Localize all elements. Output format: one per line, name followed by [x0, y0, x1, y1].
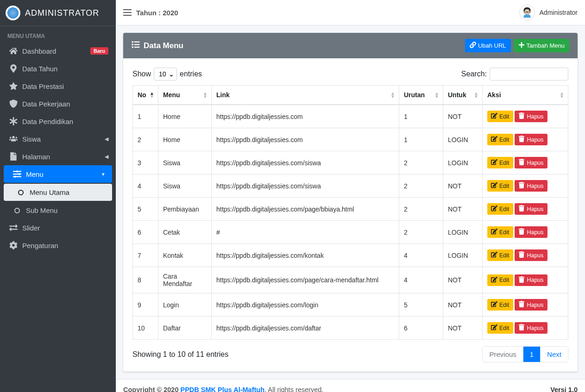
- exchange-icon: [7, 224, 19, 232]
- hapus-button[interactable]: Hapus: [515, 180, 547, 192]
- button-label: Tambah Menu: [527, 42, 565, 49]
- cell-aksi: Edit Hapus: [483, 174, 568, 198]
- sidebar-item-halaman[interactable]: Halaman ◀: [0, 148, 116, 165]
- users-icon: [7, 135, 19, 143]
- edit-button[interactable]: Edit: [487, 157, 513, 168]
- hapus-button[interactable]: Hapus: [515, 157, 547, 168]
- table-row: 7Kontakhttps://ppdb.digitaljessies.com/k…: [133, 244, 568, 267]
- cell-link: #: [212, 221, 399, 244]
- pencil-icon: [491, 112, 497, 120]
- cell-aksi: Edit Hapus: [483, 221, 568, 244]
- user-name: Administrator: [540, 9, 578, 16]
- edit-button[interactable]: Edit: [487, 322, 513, 334]
- edit-button[interactable]: Edit: [487, 134, 513, 145]
- edit-button[interactable]: Edit: [487, 274, 513, 286]
- trash-icon: [518, 228, 525, 236]
- edit-button[interactable]: Edit: [487, 226, 513, 238]
- star-icon: [7, 82, 19, 90]
- cell-untuk: NOT: [443, 174, 483, 198]
- pencil-icon: [491, 301, 497, 309]
- length-select[interactable]: 10: [154, 68, 177, 81]
- file-icon: [7, 152, 19, 161]
- sidebar-item-pengaturan[interactable]: Pengaturan: [0, 236, 116, 254]
- sidebar-item-label: Data Pendidikan: [22, 118, 108, 125]
- cell-aksi: Edit Hapus: [483, 198, 568, 221]
- user-menu[interactable]: Administrator: [519, 5, 578, 20]
- cell-untuk: LOGIN: [443, 244, 483, 267]
- sidebar-item-label: Siswa: [22, 135, 105, 143]
- edit-button[interactable]: Edit: [487, 111, 513, 122]
- hapus-button[interactable]: Hapus: [515, 111, 547, 122]
- table-row: 5Pembiayaanhttps://ppdb.digitaljessies.c…: [133, 198, 568, 221]
- circle-icon: [11, 208, 23, 213]
- hapus-button[interactable]: Hapus: [515, 322, 547, 334]
- hapus-button[interactable]: Hapus: [515, 274, 547, 286]
- cell-menu: Siswa: [158, 174, 212, 198]
- col-urutan[interactable]: Urutan▲▼: [399, 86, 443, 105]
- edit-button[interactable]: Edit: [487, 249, 513, 261]
- cell-link: https://ppdb.digitaljessies.com/siswa: [212, 151, 399, 174]
- cell-link: https://ppdb.digitaljessies.com/login: [212, 293, 399, 317]
- trash-icon: [518, 136, 525, 143]
- sidebar-item-sub-menu[interactable]: Sub Menu: [0, 202, 116, 219]
- trash-icon: [518, 251, 525, 259]
- sidebar-item-menu[interactable]: Menu ▾: [4, 165, 112, 183]
- cell-menu: Login: [158, 293, 212, 317]
- sidebar-item-menu-utama[interactable]: Menu Utama: [4, 184, 112, 201]
- brand[interactable]: ADMINISTRATOR: [0, 0, 116, 26]
- search-input[interactable]: [490, 68, 568, 81]
- cell-link: https://ppdb.digitaljessies.com: [212, 128, 399, 151]
- sidebar-item-data-pekerjaan[interactable]: Data Pekerjaan: [0, 95, 116, 112]
- pencil-icon: [491, 182, 497, 190]
- page-next[interactable]: Next: [541, 347, 568, 362]
- table-row: 4Siswahttps://ppdb.digitaljessies.com/si…: [133, 174, 568, 198]
- sidebar-item-data-tahun[interactable]: Data Tahun: [0, 60, 116, 77]
- hapus-button[interactable]: Hapus: [515, 299, 547, 311]
- col-link[interactable]: Link▲▼: [212, 86, 399, 105]
- ubah-url-button[interactable]: Ubah URL: [465, 39, 511, 52]
- cell-no: 1: [133, 105, 158, 128]
- table-row: 1Homehttps://ppdb.digitaljessies.com1NOT…: [133, 105, 568, 128]
- hapus-button[interactable]: Hapus: [515, 134, 547, 145]
- hapus-button[interactable]: Hapus: [515, 226, 547, 238]
- col-no[interactable]: No▲▼: [133, 86, 158, 105]
- cell-link: https://ppdb.digitaljessies.com/daftar: [212, 317, 399, 340]
- topbar: Tahun : 2020 Administrator: [116, 0, 585, 25]
- table-row: 2Homehttps://ppdb.digitaljessies.com1LOG…: [133, 128, 568, 151]
- circle-icon: [15, 190, 27, 195]
- col-untuk[interactable]: Untuk▲▼: [443, 86, 483, 105]
- length-control: Show 10 entries: [132, 68, 202, 81]
- col-menu[interactable]: Menu▲▼: [158, 86, 212, 105]
- cell-aksi: Edit Hapus: [483, 128, 568, 151]
- hapus-button[interactable]: Hapus: [515, 249, 547, 261]
- cell-urutan: 1: [399, 128, 443, 151]
- cell-no: 10: [133, 317, 158, 340]
- sidebar: ADMINISTRATOR MENU UTAMA Dashboard Baru …: [0, 0, 116, 392]
- asterisk-icon: [7, 117, 19, 125]
- home-icon: [7, 47, 19, 55]
- table-row: 3Siswahttps://ppdb.digitaljessies.com/si…: [133, 151, 568, 174]
- sidebar-item-dashboard[interactable]: Dashboard Baru: [0, 42, 116, 60]
- table-row: 6Cetak#2LOGIN Edit Hapus: [133, 221, 568, 244]
- footer-link[interactable]: PPDB SMK Plus Al-Maftuh: [181, 386, 265, 392]
- table-row: 9Loginhttps://ppdb.digitaljessies.com/lo…: [133, 293, 568, 317]
- page-previous[interactable]: Previous: [483, 347, 523, 362]
- edit-button[interactable]: Edit: [487, 180, 513, 192]
- button-label: Ubah URL: [478, 42, 506, 49]
- hamburger-icon[interactable]: [123, 9, 132, 16]
- sidebar-item-data-prestasi[interactable]: Data Prestasi: [0, 77, 116, 95]
- edit-button[interactable]: Edit: [487, 203, 513, 215]
- page-number[interactable]: 1: [523, 347, 541, 362]
- col-aksi[interactable]: Aksi▲▼: [483, 86, 568, 105]
- sidebar-item-siswa[interactable]: Siswa ◀: [0, 130, 116, 148]
- sidebar-item-label: Data Tahun: [22, 65, 108, 73]
- cell-menu: Cara Mendaftar: [158, 267, 212, 293]
- chevron-down-icon: ▾: [102, 171, 105, 177]
- tambah-menu-button[interactable]: Tambah Menu: [514, 39, 569, 52]
- sidebar-item-slider[interactable]: Slider: [0, 219, 116, 236]
- hapus-button[interactable]: Hapus: [515, 203, 547, 215]
- sidebar-item-data-pendidikan[interactable]: Data Pendidikan: [0, 112, 116, 130]
- card-title-text: Data Menu: [144, 41, 183, 50]
- edit-button[interactable]: Edit: [487, 299, 513, 311]
- table-row: 10Daftarhttps://ppdb.digitaljessies.com/…: [133, 317, 568, 340]
